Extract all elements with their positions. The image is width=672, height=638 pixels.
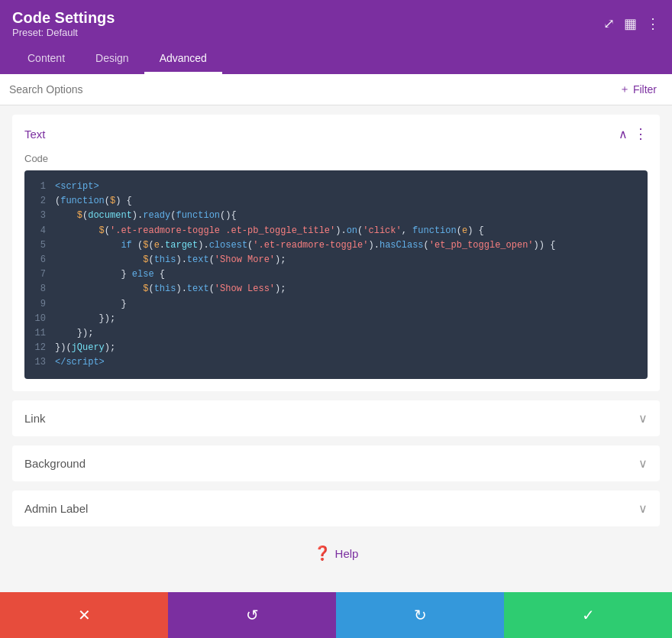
link-section-title: Link xyxy=(24,412,46,425)
help-section[interactable]: ❓ Help xyxy=(0,533,672,574)
link-section-header[interactable]: Link ∨ xyxy=(12,400,660,436)
code-line-3: 3 $(document).ready(function(){ xyxy=(24,209,648,223)
cancel-button[interactable]: ✕ xyxy=(0,592,168,638)
background-expand-icon[interactable]: ∨ xyxy=(638,456,648,471)
code-line-5: 5 if ($(e.target).closest('.et-readmore-… xyxy=(24,238,648,253)
code-line-12: 12 })(jQuery); xyxy=(24,341,648,355)
main-content: Text ∧ ⋮ Code 1 <script> 2 (function($) … xyxy=(0,105,672,598)
redo-button[interactable]: ↻ xyxy=(336,592,504,638)
code-line-1: 1 <script> xyxy=(24,180,648,194)
save-icon: ✓ xyxy=(582,606,595,624)
code-line-10: 10 }); xyxy=(24,312,648,326)
cancel-icon: ✕ xyxy=(78,606,91,624)
admin-label-section: Admin Label ∨ xyxy=(12,491,660,526)
tab-advanced[interactable]: Advanced xyxy=(144,44,222,74)
code-line-2: 2 (function($) { xyxy=(24,194,648,209)
code-line-13: 13 </script> xyxy=(24,355,648,370)
admin-label-expand-icon[interactable]: ∨ xyxy=(638,501,648,516)
columns-icon[interactable]: ▦ xyxy=(624,15,637,32)
background-section: Background ∨ xyxy=(12,445,660,481)
link-expand-icon[interactable]: ∨ xyxy=(638,411,648,426)
admin-label-section-title: Admin Label xyxy=(24,502,88,515)
code-editor[interactable]: 1 <script> 2 (function($) { 3 $(document… xyxy=(24,170,648,379)
admin-label-section-header[interactable]: Admin Label ∨ xyxy=(12,491,660,526)
search-input[interactable] xyxy=(9,74,613,105)
code-line-6: 6 $(this).text('Show More'); xyxy=(24,253,648,267)
expand-icon[interactable]: ⤢ xyxy=(603,15,615,32)
page-title: Code Settings xyxy=(12,9,115,27)
code-line-8: 8 $(this).text('Show Less'); xyxy=(24,282,648,296)
code-label: Code xyxy=(24,153,648,164)
tabs: Content Design Advanced xyxy=(12,44,660,74)
text-section: Text ∧ ⋮ Code 1 <script> 2 (function($) … xyxy=(12,115,660,391)
filter-label: Filter xyxy=(633,83,657,96)
code-line-9: 9 } xyxy=(24,297,648,312)
background-section-title: Background xyxy=(24,457,86,470)
text-collapse-icon[interactable]: ∧ xyxy=(619,127,628,141)
text-section-content: Code 1 <script> 2 (function($) { 3 $(doc… xyxy=(12,153,660,391)
code-line-4: 4 $('.et-readmore-toggle .et-pb_toggle_t… xyxy=(24,224,648,238)
header: Code Settings Preset: Default ⤢ ▦ ⋮ Cont… xyxy=(0,0,672,74)
reset-icon: ↺ xyxy=(246,606,259,624)
tab-design[interactable]: Design xyxy=(80,44,144,74)
more-icon[interactable]: ⋮ xyxy=(646,15,660,32)
help-icon: ❓ xyxy=(314,545,331,562)
code-line-11: 11 }); xyxy=(24,326,648,341)
text-section-title: Text xyxy=(24,128,46,141)
header-icons: ⤢ ▦ ⋮ xyxy=(603,15,660,32)
filter-plus-icon: ＋ xyxy=(619,83,630,96)
filter-button[interactable]: ＋ Filter xyxy=(613,76,663,102)
text-more-icon[interactable]: ⋮ xyxy=(634,125,648,142)
text-section-actions: ∧ ⋮ xyxy=(619,125,648,142)
link-section: Link ∨ xyxy=(12,400,660,436)
tab-content[interactable]: Content xyxy=(12,44,80,74)
background-section-header[interactable]: Background ∨ xyxy=(12,445,660,481)
redo-icon: ↻ xyxy=(414,606,427,624)
text-section-header[interactable]: Text ∧ ⋮ xyxy=(12,115,660,153)
search-bar: ＋ Filter xyxy=(0,74,672,105)
save-button[interactable]: ✓ xyxy=(504,592,672,638)
reset-button[interactable]: ↺ xyxy=(168,592,336,638)
header-top: Code Settings Preset: Default ⤢ ▦ ⋮ xyxy=(12,9,660,38)
preset-selector[interactable]: Preset: Default xyxy=(12,27,115,38)
code-line-7: 7 } else { xyxy=(24,267,648,282)
bottom-toolbar: ✕ ↺ ↻ ✓ xyxy=(0,592,672,638)
header-left: Code Settings Preset: Default xyxy=(12,9,115,38)
help-label: Help xyxy=(335,547,359,560)
